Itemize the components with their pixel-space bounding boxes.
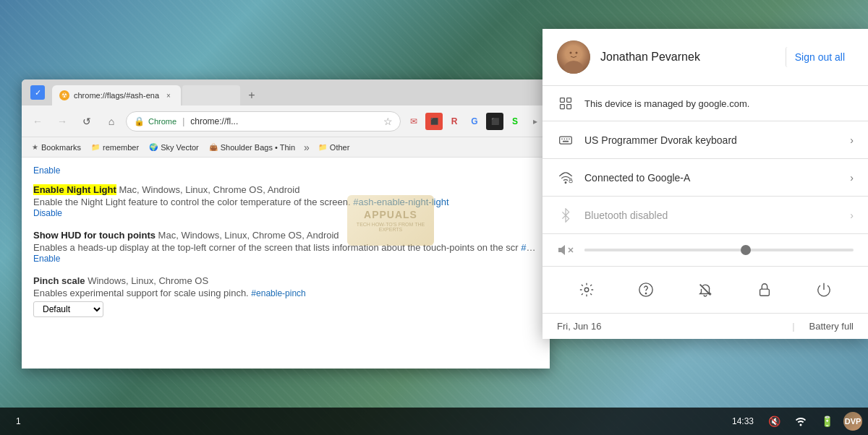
bluetooth-row[interactable]: Bluetooth disabled ›	[542, 197, 868, 234]
svg-point-1	[564, 61, 583, 74]
ext-more-icon[interactable]: ▸	[527, 113, 544, 130]
home-button[interactable]: ⌂	[101, 111, 122, 132]
bluetooth-chevron-icon: ›	[850, 210, 854, 221]
svg-point-22	[645, 293, 646, 293]
tab-bar: ✓ ☢ chrome://flags/#ash-ena × +	[22, 79, 550, 105]
svg-point-3	[570, 52, 572, 54]
bookmark-shoulder-bags[interactable]: 👜 Shoulder Bags • Thin	[205, 142, 299, 153]
ext-gmail-icon[interactable]: ✉	[405, 113, 422, 130]
battery-icon: 🔋	[821, 415, 833, 427]
wifi-status-icon	[795, 415, 807, 428]
settings-button[interactable]	[571, 274, 603, 306]
ext-dots-icon[interactable]: ⬛	[425, 113, 443, 130]
user-header: Jonathan Pevarnek Sign out all	[542, 29, 868, 86]
volume-icon	[557, 241, 574, 259]
bluetooth-label: Bluetooth disabled	[584, 210, 840, 221]
bookmarks-bar: ★ Bookmarks 📁 remember 🌍 Sky Vector 👜 Sh…	[22, 137, 550, 158]
svg-rect-9	[560, 137, 572, 144]
svg-point-15	[565, 181, 566, 183]
feature-night-light-name: Enable Night Light	[33, 184, 116, 195]
chrome-window: ✓ ☢ chrome://flags/#ash-ena × + ← → ↺ ⌂ …	[22, 79, 550, 369]
feature-pinch-desc: Enables experimental support for scale u…	[33, 288, 538, 298]
back-button[interactable]: ←	[27, 111, 48, 132]
svg-rect-5	[561, 98, 565, 103]
new-tab-button[interactable]: +	[242, 85, 262, 105]
volume-slider[interactable]	[584, 249, 854, 251]
svg-marker-17	[558, 245, 565, 255]
wifi-label: Connected to Google-A	[584, 172, 840, 184]
tab-favicon: ☢	[59, 90, 69, 100]
managed-text: This device is managed by google.com.	[584, 98, 749, 109]
feature-hud-enable[interactable]: Enable	[33, 254, 60, 264]
help-button[interactable]	[630, 274, 662, 306]
bookmark-globe-icon: 🌍	[149, 143, 158, 151]
avatar	[557, 40, 590, 74]
wifi-icon	[557, 169, 574, 186]
svg-rect-16	[569, 180, 572, 182]
svg-rect-24	[760, 289, 770, 296]
taskbar-mute[interactable]: 🔇	[764, 414, 785, 428]
bookmark-bookmarks[interactable]: ★ Bookmarks	[27, 142, 85, 153]
bookmark-sky-vector-label: Sky Vector	[161, 143, 199, 152]
address-bar[interactable]: 🔒 Chrome | chrome://fl... ☆	[126, 111, 401, 132]
taskbar-time: 14:33	[728, 415, 758, 428]
bookmarks-more-button[interactable]: »	[301, 140, 312, 155]
feature-pinch: Pinch scale Windows, Linux, Chrome OS En…	[33, 275, 538, 317]
workspace-number: 1	[16, 416, 21, 426]
feature-pinch-link[interactable]: #enable-pinch	[251, 288, 305, 298]
taskbar-battery[interactable]: 🔋	[817, 414, 838, 428]
mute-icon: 🔇	[768, 415, 780, 427]
reload-button[interactable]: ↺	[77, 111, 97, 132]
feature-night-light-disable[interactable]: Disable	[33, 208, 62, 218]
lock-button[interactable]	[749, 274, 780, 306]
power-button[interactable]	[808, 274, 840, 306]
ext-g-icon[interactable]: G	[466, 113, 483, 130]
bookmark-other[interactable]: 📁 Other	[314, 142, 354, 153]
feature-night-light-platforms: Mac, Windows, Linux, Chrome OS, Android	[119, 184, 299, 195]
feature-night-light-desc: Enable the Night Light feature to contro…	[33, 197, 538, 207]
notifications-button[interactable]	[689, 274, 721, 306]
tab-title: chrome://flags/#ash-ena	[74, 91, 159, 100]
sign-out-all-button[interactable]: Sign out all	[786, 47, 854, 67]
ext-r-icon[interactable]: R	[446, 113, 463, 130]
action-buttons-row	[542, 267, 868, 314]
keyboard-row[interactable]: US Programmer Dvorak keyboard ›	[542, 121, 868, 159]
bookmark-sky-vector[interactable]: 🌍 Sky Vector	[145, 142, 203, 153]
tab-close-button[interactable]: ×	[163, 90, 174, 100]
ext-black-icon[interactable]: ⬛	[486, 113, 503, 130]
bookmark-folder-icon: 📁	[91, 143, 100, 151]
svg-rect-6	[567, 98, 571, 103]
bookmark-remember-label: remember	[103, 143, 139, 152]
status-battery: Battery full	[809, 321, 854, 332]
bookmark-other-label: Other	[330, 143, 350, 152]
avatar-face	[557, 40, 590, 74]
managed-device-notice: This device is managed by google.com.	[542, 86, 868, 121]
clock: 14:33	[732, 416, 754, 426]
feature-pinch-name: Pinch scale	[33, 275, 85, 286]
forward-button[interactable]: →	[52, 111, 72, 132]
address-favicon: 🔒	[134, 116, 144, 126]
wifi-row[interactable]: Connected to Google-A ›	[542, 159, 868, 197]
feature-hud-link[interactable]: #ash-enable-touch-hud	[521, 242, 538, 253]
svg-rect-8	[567, 105, 571, 109]
svg-point-2	[566, 46, 581, 61]
bookmark-shoulder-bags-label: Shoulder Bags • Thin	[221, 143, 295, 152]
taskbar-wifi[interactable]	[791, 413, 811, 430]
feature-pinch-dropdown[interactable]: Default Enabled Disabled	[33, 301, 538, 317]
taskbar-user-avatar[interactable]: DVP	[843, 412, 862, 431]
address-url: chrome://fl...	[190, 116, 238, 126]
svg-point-25	[800, 423, 802, 426]
address-secure-label: Chrome	[148, 117, 176, 126]
bookmark-remember[interactable]: 📁 remember	[87, 142, 143, 153]
browser-tab-active[interactable]: ☢ chrome://flags/#ash-ena ×	[52, 85, 181, 105]
pinch-select[interactable]: Default Enabled Disabled	[33, 301, 103, 317]
top-enable-link[interactable]: Enable	[33, 165, 60, 176]
feature-night-light-link[interactable]: #ash-enable-night-light	[353, 197, 448, 207]
status-bar: Fri, Jun 16 | Battery full	[542, 314, 868, 339]
bookmark-star-icon[interactable]: ☆	[383, 116, 393, 127]
ext-s-icon[interactable]: S	[506, 113, 524, 130]
keyboard-chevron-icon: ›	[850, 134, 854, 146]
svg-point-4	[576, 52, 578, 54]
wifi-chevron-icon: ›	[850, 172, 854, 184]
feature-hud-name: Show HUD for touch points	[33, 230, 156, 241]
